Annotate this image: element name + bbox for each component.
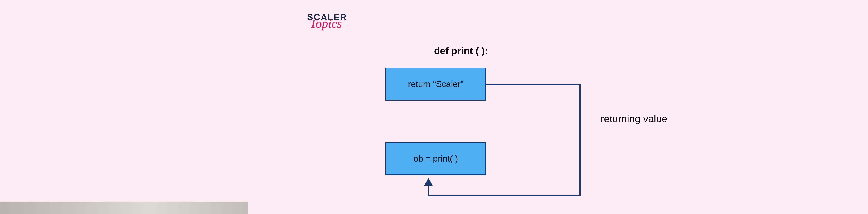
- returning-value-annotation: returning value: [601, 113, 667, 124]
- decorative-strip: [0, 202, 248, 214]
- function-call-box: ob = print( ): [385, 142, 486, 175]
- function-definition-label: def print ( ):: [434, 45, 488, 57]
- return-statement-box: return “Scaler”: [385, 68, 486, 101]
- scaler-topics-logo: SCALER Topics: [307, 12, 356, 29]
- arrow-segment: [486, 84, 580, 85]
- arrow-segment: [579, 84, 581, 196]
- arrow-segment: [428, 184, 429, 196]
- arrow-head-icon: [424, 178, 433, 185]
- arrow-segment: [428, 195, 581, 196]
- logo-text-topics: Topics: [310, 19, 356, 29]
- return-statement-diagram: def print ( ): return “Scaler” ob = prin…: [385, 45, 698, 212]
